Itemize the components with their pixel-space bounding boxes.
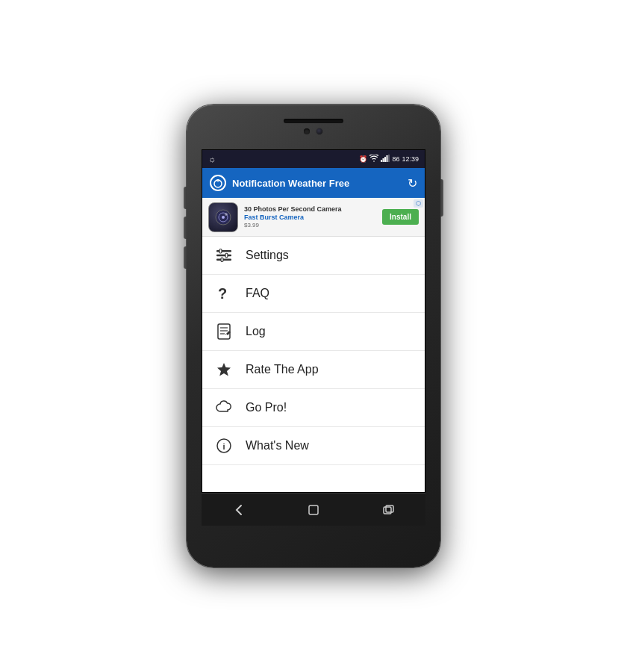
menu-item-whatsnew[interactable]: i What's New bbox=[202, 427, 425, 465]
svg-rect-2 bbox=[383, 158, 384, 162]
app-bar-left: Notification Weather Free bbox=[210, 175, 349, 191]
camera-button[interactable] bbox=[184, 246, 187, 269]
app-logo-icon bbox=[210, 175, 226, 191]
ad-corner-icon: ⬡ bbox=[414, 199, 423, 208]
time-display: 12:39 bbox=[402, 155, 419, 163]
ad-banner[interactable]: 30 Photos Per Second Camera Fast Burst C… bbox=[202, 198, 425, 237]
svg-text:i: i bbox=[223, 442, 225, 451]
svg-point-10 bbox=[222, 216, 225, 219]
svg-rect-15 bbox=[219, 249, 222, 254]
status-right: ⏰ bbox=[359, 155, 419, 164]
front-camera bbox=[316, 128, 323, 135]
weather-icon: ☼ bbox=[208, 155, 216, 164]
svg-rect-19 bbox=[218, 324, 230, 339]
alarm-icon: ⏰ bbox=[359, 155, 367, 163]
home-button[interactable] bbox=[300, 497, 327, 523]
light-sensor bbox=[304, 128, 310, 134]
back-button[interactable] bbox=[225, 497, 252, 523]
ad-title: 30 Photos Per Second Camera bbox=[244, 205, 376, 213]
info-icon: i bbox=[214, 436, 234, 455]
svg-rect-14 bbox=[216, 259, 231, 261]
phone-bottom-bezel bbox=[187, 526, 440, 567]
signal-icon bbox=[381, 155, 390, 164]
svg-rect-1 bbox=[381, 160, 382, 162]
scene: ☼ ⏰ bbox=[0, 0, 627, 672]
phone-shell: ☼ ⏰ bbox=[187, 105, 440, 567]
svg-rect-12 bbox=[216, 250, 231, 252]
ad-image bbox=[208, 202, 238, 232]
app-bar: Notification Weather Free ↻ bbox=[202, 168, 425, 198]
power-button[interactable] bbox=[440, 179, 443, 217]
cloud-icon bbox=[214, 398, 234, 417]
app-title: Notification Weather Free bbox=[232, 178, 349, 189]
menu-list: Settings ? FAQ bbox=[202, 237, 425, 465]
menu-item-rate[interactable]: Rate The App bbox=[202, 351, 425, 389]
ad-install-button[interactable]: Install bbox=[382, 209, 419, 225]
gopro-label: Go Pro! bbox=[246, 401, 287, 414]
bottom-nav-bar bbox=[202, 493, 425, 526]
whatsnew-label: What's New bbox=[246, 439, 309, 452]
svg-rect-27 bbox=[309, 505, 318, 514]
signal-strength: 86 bbox=[392, 155, 399, 163]
ad-content: 30 Photos Per Second Camera Fast Burst C… bbox=[244, 205, 376, 228]
ad-price: $3.99 bbox=[244, 222, 376, 228]
volume-up-button[interactable] bbox=[184, 187, 187, 209]
phone-screen: ☼ ⏰ bbox=[202, 149, 425, 493]
star-icon bbox=[214, 360, 234, 379]
svg-point-0 bbox=[374, 161, 375, 162]
svg-rect-16 bbox=[225, 253, 228, 258]
menu-item-settings[interactable]: Settings bbox=[202, 237, 425, 275]
svg-rect-17 bbox=[221, 258, 223, 262]
volume-down-button[interactable] bbox=[184, 217, 187, 239]
recents-button[interactable] bbox=[375, 497, 402, 523]
menu-item-gopro[interactable]: Go Pro! bbox=[202, 389, 425, 427]
top-sensors bbox=[304, 128, 323, 135]
menu-item-faq[interactable]: ? FAQ bbox=[202, 275, 425, 313]
menu-item-log[interactable]: Log bbox=[202, 313, 425, 351]
speaker-grille bbox=[284, 119, 343, 123]
ad-subtitle: Fast Burst Camera bbox=[244, 214, 376, 221]
log-label: Log bbox=[246, 325, 266, 338]
rate-label: Rate The App bbox=[246, 363, 319, 376]
faq-icon: ? bbox=[214, 284, 234, 303]
svg-line-23 bbox=[225, 334, 226, 335]
status-bar: ☼ ⏰ bbox=[202, 150, 425, 168]
svg-rect-13 bbox=[216, 255, 231, 257]
svg-marker-24 bbox=[217, 363, 231, 376]
settings-icon bbox=[214, 246, 234, 265]
refresh-button[interactable]: ↻ bbox=[408, 176, 417, 190]
svg-rect-3 bbox=[384, 157, 386, 162]
svg-text:?: ? bbox=[218, 285, 227, 302]
svg-rect-5 bbox=[388, 155, 390, 162]
phone-top-bezel bbox=[187, 105, 440, 149]
status-left: ☼ bbox=[208, 155, 216, 164]
svg-point-11 bbox=[225, 213, 228, 215]
settings-label: Settings bbox=[246, 249, 289, 262]
svg-rect-4 bbox=[387, 155, 388, 162]
log-icon bbox=[214, 322, 234, 341]
wifi-icon bbox=[369, 155, 378, 164]
faq-label: FAQ bbox=[246, 287, 269, 300]
